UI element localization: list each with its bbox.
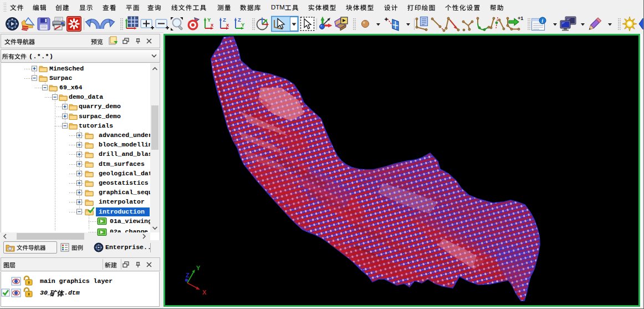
svg-text:x: x	[226, 22, 229, 28]
svg-text:X: X	[202, 289, 207, 296]
svg-text:i: i	[541, 18, 543, 24]
svg-text:Z: Z	[186, 272, 190, 278]
svg-text:+1: +1	[518, 16, 523, 21]
svg-text:Y: Y	[196, 265, 201, 271]
svg-text:Y: Y	[241, 22, 245, 28]
svg-text:x: x	[211, 22, 214, 28]
